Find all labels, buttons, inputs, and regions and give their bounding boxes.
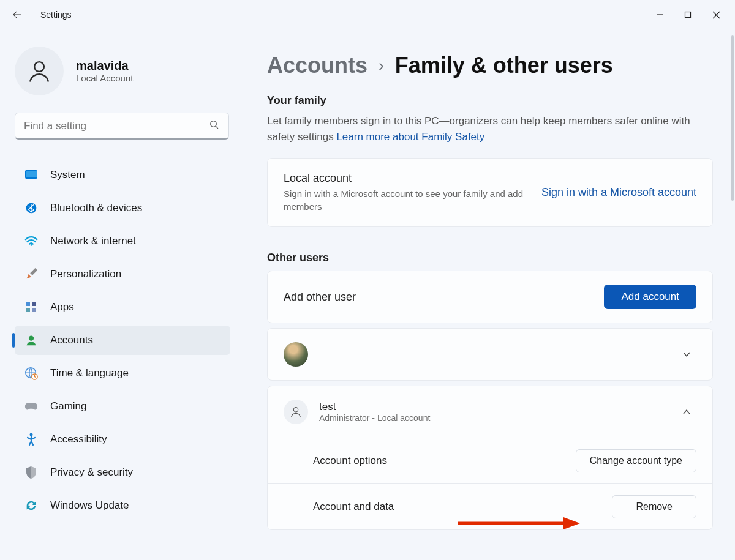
titlebar: Settings: [0, 0, 735, 29]
add-other-user-label: Add other user: [284, 291, 356, 304]
breadcrumb-current: Family & other users: [395, 53, 613, 78]
close-icon: [712, 11, 720, 19]
nav-system[interactable]: System: [15, 160, 230, 190]
arrow-left-icon: [12, 9, 23, 20]
nav-time[interactable]: Time & language: [15, 359, 230, 388]
account-and-data-row: Account and data Remove: [268, 483, 712, 529]
nav-gaming[interactable]: Gaming: [15, 392, 230, 421]
svg-point-15: [29, 336, 34, 341]
globe-clock-icon: [24, 367, 38, 380]
nav-privacy[interactable]: Privacy & security: [15, 458, 230, 487]
user-row-1[interactable]: [267, 328, 713, 381]
paintbrush-icon: [24, 267, 38, 281]
nav-bluetooth[interactable]: Bluetooth & devices: [15, 193, 230, 223]
nav-label: Bluetooth & devices: [50, 202, 142, 214]
display-icon: [24, 168, 38, 182]
scrollbar[interactable]: [731, 35, 734, 201]
accessibility-icon: [24, 433, 38, 446]
breadcrumb: Accounts › Family & other users: [267, 53, 713, 78]
account-and-data-label: Account and data: [313, 501, 394, 513]
bluetooth-icon: [24, 201, 38, 215]
your-family-desc: Let family members sign in to this PC—or…: [267, 113, 713, 144]
maximize-icon: [684, 11, 692, 18]
nav-apps[interactable]: Apps: [15, 293, 230, 322]
change-account-type-button[interactable]: Change account type: [576, 449, 696, 472]
local-account-title: Local account: [284, 172, 541, 185]
local-account-card: Local account Sign in with a Microsoft a…: [267, 158, 713, 227]
maximize-button[interactable]: [674, 5, 702, 24]
user-icon: [24, 334, 38, 347]
breadcrumb-parent[interactable]: Accounts: [267, 53, 368, 78]
expand-user1[interactable]: [677, 345, 696, 364]
shield-icon: [24, 466, 38, 479]
back-button[interactable]: [5, 2, 29, 27]
search-input[interactable]: [24, 120, 202, 132]
nav-label: Network & internet: [50, 235, 136, 247]
close-button[interactable]: [702, 5, 730, 24]
chevron-up-icon: [682, 407, 692, 417]
svg-line-6: [216, 126, 218, 129]
svg-rect-12: [32, 302, 36, 306]
user2-name: test: [319, 401, 430, 413]
add-other-user-row: Add other user Add account: [268, 271, 712, 323]
svg-rect-11: [26, 302, 30, 306]
chevron-right-icon: ›: [379, 56, 384, 75]
user1-avatar: [284, 342, 308, 367]
nav-label: Privacy & security: [50, 466, 133, 479]
add-account-button[interactable]: Add account: [604, 285, 696, 309]
nav-label: Time & language: [50, 367, 129, 379]
nav-network[interactable]: Network & internet: [15, 226, 230, 256]
nav-accounts[interactable]: Accounts: [15, 326, 230, 355]
remove-button[interactable]: Remove: [612, 495, 696, 518]
search-box[interactable]: [15, 113, 229, 140]
nav-update[interactable]: Windows Update: [15, 491, 230, 520]
svg-rect-14: [32, 308, 36, 312]
user-name: malavida: [76, 59, 133, 73]
svg-point-18: [30, 433, 33, 436]
account-options-label: Account options: [313, 455, 387, 467]
minimize-icon: [656, 11, 663, 18]
svg-rect-1: [685, 12, 691, 18]
apps-icon: [24, 301, 38, 314]
person-icon: [26, 58, 52, 84]
user-row-2: test Administrator - Local account Accou…: [267, 386, 713, 530]
account-options-row: Account options Change account type: [268, 438, 712, 483]
chevron-down-icon: [682, 349, 692, 359]
user-block[interactable]: malavida Local Account: [15, 47, 230, 95]
user2-sub: Administrator - Local account: [319, 413, 430, 423]
svg-point-10: [31, 244, 32, 246]
nav-label: Gaming: [50, 400, 87, 413]
user-subtitle: Local Account: [76, 73, 133, 83]
svg-rect-13: [26, 308, 30, 312]
nav-label: Windows Update: [50, 499, 129, 512]
svg-point-19: [293, 408, 298, 412]
nav-label: Apps: [50, 301, 74, 313]
person-icon: [289, 405, 303, 419]
minimize-button[interactable]: [646, 5, 674, 24]
nav-list: System Bluetooth & devices Network & int…: [15, 160, 230, 520]
svg-point-4: [34, 62, 44, 72]
your-family-heading: Your family: [267, 94, 713, 107]
collapse-user2[interactable]: [677, 402, 696, 422]
other-users-card: Add other user Add account: [267, 271, 713, 323]
nav-personalization[interactable]: Personalization: [15, 259, 230, 289]
nav-label: Accounts: [50, 334, 93, 346]
avatar: [15, 47, 64, 95]
update-icon: [24, 499, 38, 512]
sidebar: malavida Local Account System Bluetooth …: [0, 29, 245, 560]
user2-avatar: [284, 400, 308, 424]
other-users-heading: Other users: [267, 252, 713, 264]
local-account-sub: Sign in with a Microsoft account to see …: [284, 187, 541, 213]
gamepad-icon: [24, 400, 38, 413]
nav-label: Personalization: [50, 268, 121, 280]
search-icon: [209, 119, 220, 133]
nav-accessibility[interactable]: Accessibility: [15, 425, 230, 454]
svg-rect-8: [26, 171, 37, 177]
content: Accounts › Family & other users Your fam…: [245, 29, 735, 560]
svg-point-5: [211, 121, 217, 127]
family-safety-link[interactable]: Learn more about Family Safety: [336, 131, 484, 143]
user2-header[interactable]: test Administrator - Local account: [268, 386, 712, 438]
wifi-icon: [24, 234, 38, 248]
nav-label: Accessibility: [50, 433, 107, 446]
signin-ms-account-link[interactable]: Sign in with a Microsoft account: [541, 186, 696, 199]
